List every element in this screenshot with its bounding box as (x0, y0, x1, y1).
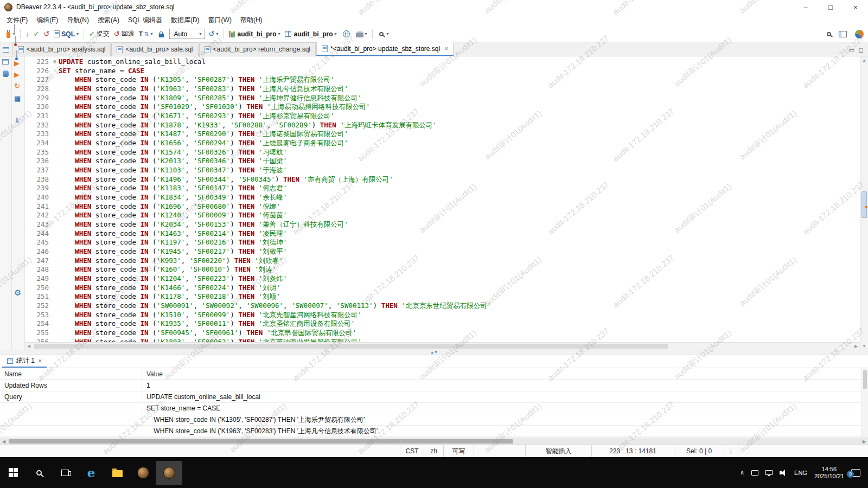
code-text[interactable]: WHEN store_code IN ('SF00945', 'SF00961'… (59, 329, 356, 338)
database-navigator-icon[interactable] (3, 70, 9, 77)
line-number[interactable]: 248 (25, 265, 51, 274)
code-line[interactable]: 254 WHEN store_code IN ('K1935', 'SF0001… (25, 319, 860, 329)
code-text[interactable]: WHEN store_code IN ('K1305', 'SF00287') … (59, 75, 335, 85)
rollback-button[interactable]: ↺ 回滚 (112, 28, 137, 40)
minimize-view-icon[interactable]: ▭ (848, 47, 854, 54)
code-line[interactable]: 250 WHEN store_code IN ('K1466', 'SF0022… (25, 284, 860, 293)
line-number[interactable]: 250 (25, 284, 51, 293)
menu-item[interactable]: 导航(N) (62, 15, 93, 26)
taskbar-search-button[interactable] (26, 461, 52, 485)
editor-tab[interactable]: <audit_bi_pro> analysis.sql (12, 42, 111, 56)
quick-search-button[interactable] (823, 31, 835, 37)
line-number[interactable]: 235 (25, 148, 51, 157)
dbeaver-community-button[interactable] (851, 29, 868, 40)
maximize-view-icon[interactable]: ◻ (859, 47, 864, 54)
line-number[interactable]: 253 (25, 311, 51, 320)
menu-item[interactable]: 数据库(D) (167, 15, 204, 26)
menu-item[interactable]: 窗口(W) (204, 15, 236, 26)
scrollbar-thumb[interactable] (34, 344, 668, 349)
execute-script-icon[interactable]: ↻ (14, 82, 20, 89)
code-line[interactable]: 225⊖UPDATE custom_online_sale_bill_local (25, 57, 860, 67)
code-text[interactable]: WHEN store_code IN ('SW00091', 'SW00092'… (59, 301, 491, 311)
code-text[interactable]: WHEN store_code IN ('K2013', 'SF00346') … (59, 157, 287, 166)
tray-expand-icon[interactable]: ∧ (740, 469, 744, 476)
status-caret-position[interactable]: 223 : 13 : 14181 (591, 445, 674, 457)
code-line[interactable]: 249 WHEN store_code IN ('K1204', 'SF0022… (25, 274, 860, 284)
statistics-tab[interactable]: 统计 1 × (2, 355, 47, 368)
code-line[interactable]: 230 WHEN store_code IN ('SF01029', 'SF01… (25, 102, 860, 112)
scroll-left-icon[interactable]: ◀ (0, 438, 8, 445)
stats-row[interactable]: WHEN store_code IN ('K1305', 'SF00287') … (0, 414, 868, 426)
code-line[interactable]: 237 WHEN store_code IN ('K1103', 'SF0034… (25, 166, 860, 175)
code-line[interactable]: 236 WHEN store_code IN ('K2013', 'SF0034… (25, 157, 860, 166)
menu-item[interactable]: 搜索(A) (93, 15, 124, 26)
panel-sash[interactable]: ▴ ▾ (0, 350, 868, 355)
network-button[interactable] (339, 29, 354, 38)
line-number[interactable]: 241 (25, 202, 51, 211)
stats-row[interactable]: QueryUPDATE custom_online_sale_bill_loca… (0, 391, 868, 403)
code-line[interactable]: 238 WHEN store_code IN ('K1496', 'SF0034… (25, 175, 860, 184)
sash-up-icon[interactable]: ▴ (431, 350, 433, 355)
print-button[interactable]: ▾ (354, 29, 369, 38)
code-text[interactable]: WHEN store_code IN ('K1671', 'SF00293') … (59, 112, 335, 121)
lock-button[interactable] (155, 29, 168, 38)
window-horizontal-scrollbar[interactable]: ◀ ▶ (0, 438, 868, 445)
settings-gear-icon[interactable]: ⚙ (14, 288, 21, 297)
stats-row[interactable]: WHEN store_code IN ('K1963', 'SF00283') … (0, 426, 868, 437)
menu-item[interactable]: 文件(F) (2, 15, 32, 26)
tab-close-icon[interactable]: × (38, 357, 42, 365)
editor-tab[interactable]: *<audit_bi_pro> update_sbz_store.sql× (316, 42, 454, 56)
scroll-right-icon[interactable]: ▶ (852, 343, 860, 350)
editor-horizontal-scrollbar[interactable]: ◀ ▶ (25, 342, 860, 350)
scrollbar-thumb[interactable] (863, 370, 867, 389)
code-text[interactable]: WHEN store_code IN ('K1935', 'SF00011') … (59, 319, 355, 329)
scrollbar-thumb[interactable] (861, 191, 867, 218)
code-line[interactable]: 244 WHEN store_code IN ('K1463', 'SF0021… (25, 229, 860, 239)
line-number[interactable]: 243 (25, 220, 51, 229)
code-text[interactable]: WHEN store_code IN ('K1103', 'SF00347') … (59, 166, 287, 175)
line-number[interactable]: 249 (25, 274, 51, 284)
fetch-button[interactable]: ↓ (23, 29, 31, 38)
code-text[interactable]: WHEN store_code IN ('K2034', 'SF00153') … (59, 220, 348, 229)
code-text[interactable]: WHEN store_code IN ('K1204', 'SF00223') … (59, 274, 287, 284)
restore-navigator-icon[interactable] (2, 59, 9, 65)
code-text[interactable]: WHEN store_code IN ('K1178', 'SF00218') … (59, 292, 280, 301)
taskbar-app-dbeaver-active[interactable] (156, 461, 182, 485)
line-number[interactable]: 256 (25, 338, 51, 342)
clock[interactable]: 14:56 2025/10/21 (814, 466, 844, 480)
code-text[interactable]: WHEN store_code IN ('K1183', 'SF00147') … (59, 184, 287, 193)
code-text[interactable]: UPDATE custom_online_sale_bill_local (59, 57, 206, 67)
action-center-icon[interactable]: 9 (851, 469, 860, 477)
editor-vertical-scrollbar[interactable]: ▲ ▼ (860, 56, 868, 350)
code-line[interactable]: 226SET store_name = CASE (25, 67, 860, 76)
code-line[interactable]: 233 WHEN store_code IN ('K1487', 'SF0029… (25, 130, 860, 139)
open-perspective-button[interactable] (835, 30, 851, 38)
line-number[interactable]: 251 (25, 292, 51, 301)
code-text[interactable]: WHEN store_code IN ('K1945', 'SF00217') … (59, 247, 287, 256)
status-locale[interactable]: zh (424, 445, 443, 457)
line-number[interactable]: 232 (25, 121, 51, 130)
code-line[interactable]: 228 WHEN store_code IN ('K1963', 'SF0028… (25, 85, 860, 94)
line-number[interactable]: 234 (25, 139, 51, 148)
commit-icon-button[interactable]: ✓ (31, 29, 42, 38)
line-number[interactable]: 230 (25, 102, 51, 112)
code-line[interactable]: 253 WHEN store_code IN ('K1510', 'SF0009… (25, 311, 860, 320)
export-data-icon[interactable]: ⇩ (14, 117, 20, 124)
code-line[interactable]: 245 WHEN store_code IN ('K1197', 'SF0021… (25, 238, 860, 247)
code-line[interactable]: 255 WHEN store_code IN ('SF00945', 'SF00… (25, 329, 860, 338)
menu-item[interactable]: 编辑(E) (32, 15, 62, 26)
line-number[interactable]: 240 (25, 193, 51, 202)
code-line[interactable]: 243 WHEN store_code IN ('K2034', 'SF0015… (25, 220, 860, 229)
line-number[interactable]: 227 (25, 75, 51, 85)
volume-icon[interactable] (780, 470, 787, 476)
line-number[interactable]: 254 (25, 319, 51, 329)
sash-down-icon[interactable]: ▾ (435, 350, 437, 355)
restore-panel-icon[interactable] (3, 47, 9, 53)
code-line[interactable]: 227 WHEN store_code IN ('K1305', 'SF0028… (25, 75, 860, 85)
input-language-button[interactable]: ENG (794, 470, 807, 476)
scroll-right-icon[interactable]: ▶ (860, 438, 868, 445)
taskbar-app-explorer[interactable] (104, 461, 130, 485)
code-line[interactable]: 247 WHEN store_code IN ('K993', 'SF00220… (25, 256, 860, 266)
transaction-mode-button[interactable]: T ⇅ ▾ (137, 29, 155, 39)
editor-tab[interactable]: <audit_bi_pro> sale.sql (111, 42, 198, 56)
